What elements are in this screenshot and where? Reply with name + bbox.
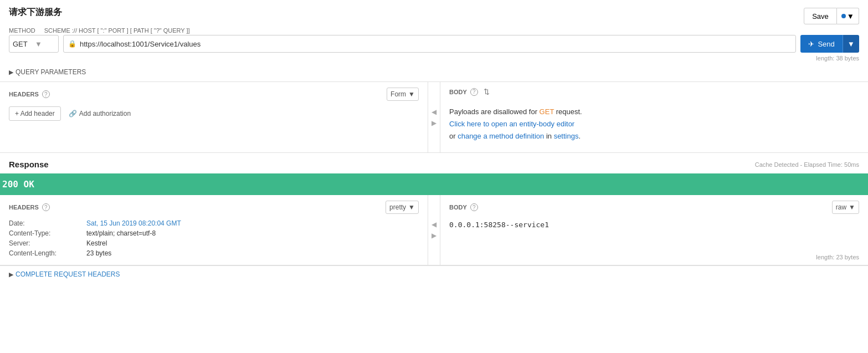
query-params-chevron-icon: ▶ — [9, 69, 13, 76]
save-dropdown-button[interactable]: ▼ — [837, 8, 859, 24]
table-row: Content-Type: text/plain; charset=utf-8 — [9, 229, 419, 237]
payload-editor-link[interactable]: Click here to open an entity-body editor — [449, 120, 574, 128]
header-val-server: Kestrel — [86, 239, 107, 247]
payload-line3: or change a method definition in setting… — [449, 130, 859, 142]
send-plane-icon: ✈ — [808, 40, 814, 48]
response-headers-help-icon[interactable]: ? — [42, 203, 50, 211]
table-row: Content-Length: 23 bytes — [9, 249, 419, 257]
panel-left-arrow-icon[interactable]: ◀ — [432, 108, 436, 116]
status-bar: 200 OK — [0, 173, 868, 195]
response-panel-right-arrow-icon[interactable]: ▶ — [432, 232, 436, 239]
complete-request-label: COMPLETE REQUEST HEADERS — [16, 270, 120, 278]
raw-label: raw — [836, 203, 846, 211]
sort-icon: ⇅ — [484, 88, 490, 96]
payload-dot: . — [578, 132, 581, 140]
response-body-panel: BODY ? raw ▼ 0.0.0.1:58258--service1 len… — [440, 195, 868, 265]
header-key-server: Server: — [9, 239, 86, 247]
save-dot-indicator — [841, 14, 846, 18]
raw-dropdown-icon: ▼ — [849, 203, 855, 211]
response-title: Response — [9, 160, 49, 169]
save-dropdown-arrow-icon: ▼ — [847, 12, 854, 21]
payload-settings-link[interactable]: settings — [554, 132, 579, 140]
url-input[interactable] — [80, 40, 791, 48]
headers-panel: HEADERS ? Form ▼ + Add header 🔗 Add auth… — [0, 82, 428, 152]
payload-get-link[interactable]: GET — [540, 108, 554, 116]
pretty-select[interactable]: pretty ▼ — [386, 201, 419, 214]
headers-help-icon[interactable]: ? — [42, 90, 50, 98]
method-dropdown-icon: ▼ — [35, 40, 55, 48]
response-body-length: length: 23 bytes — [816, 254, 859, 260]
response-body-title: BODY — [449, 204, 467, 211]
response-headers-panel-header: HEADERS ? pretty ▼ — [9, 201, 419, 214]
payload-line2[interactable]: Click here to open an entity-body editor — [449, 118, 859, 130]
body-panel-header: BODY ? ⇅ — [449, 88, 859, 96]
form-dropdown-icon: ▼ — [408, 90, 415, 98]
request-length-info: length: 38 bytes — [9, 55, 859, 62]
cache-info: Cache Detected - Elapsed Time: 50ms — [755, 161, 859, 168]
panel-divider: ◀ ▶ — [428, 82, 440, 152]
query-params-row[interactable]: ▶ QUERY PARAMETERS — [9, 65, 859, 81]
add-authorization-button[interactable]: 🔗 Add authorization — [65, 106, 134, 121]
add-auth-label: Add authorization — [79, 110, 131, 117]
payload-text-or: or — [449, 132, 458, 140]
headers-actions: + Add header 🔗 Add authorization — [9, 106, 419, 121]
payload-text-1b: request. — [554, 108, 582, 116]
query-params-label: QUERY PARAMETERS — [16, 68, 86, 76]
save-button-group: Save ▼ — [804, 8, 859, 24]
method-value: GET — [13, 40, 33, 48]
response-panel-divider: ◀ ▶ — [428, 195, 440, 265]
header-val-content-type: text/plain; charset=utf-8 — [86, 229, 156, 237]
response-section: Response Cache Detected - Elapsed Time: … — [0, 153, 868, 169]
response-headers-table: Date: Sat, 15 Jun 2019 08:20:04 GMT Cont… — [9, 219, 419, 257]
panel-right-arrow-icon[interactable]: ▶ — [432, 119, 436, 127]
body-help-icon[interactable]: ? — [470, 88, 478, 96]
table-row: Server: Kestrel — [9, 239, 419, 247]
url-input-wrapper: 🔒 — [63, 35, 796, 53]
payload-text-in: in — [544, 132, 553, 140]
response-body-value: 0.0.0.1:58258--service1 — [449, 221, 859, 229]
add-header-button[interactable]: + Add header — [9, 106, 61, 121]
form-label: Form — [391, 90, 406, 98]
method-label: METHOD — [9, 27, 35, 34]
payload-text-1: Payloads are disallowed for — [449, 108, 540, 116]
pretty-label: pretty — [389, 203, 406, 211]
complete-request-row[interactable]: ▶ COMPLETE REQUEST HEADERS — [0, 265, 868, 283]
send-label: Send — [818, 40, 834, 48]
payload-change-link[interactable]: change a method definition — [458, 132, 544, 140]
header-val-date: Sat, 15 Jun 2019 08:20:04 GMT — [86, 219, 181, 227]
raw-select[interactable]: raw ▼ — [832, 201, 859, 214]
payload-info: Payloads are disallowed for GET request.… — [449, 101, 859, 147]
send-dropdown-arrow-icon: ▼ — [848, 40, 855, 48]
header-key-content-type: Content-Type: — [9, 229, 86, 237]
response-headers-panel: HEADERS ? pretty ▼ Date: Sat, 15 Jun 201… — [0, 195, 428, 265]
save-button[interactable]: Save — [804, 8, 837, 24]
payload-line1: Payloads are disallowed for GET request. — [449, 106, 859, 118]
lock-icon: 🔒 — [68, 40, 76, 48]
response-panel-left-arrow-icon[interactable]: ◀ — [432, 221, 436, 228]
complete-req-chevron-icon: ▶ — [9, 271, 13, 278]
response-body-panel-header: BODY ? raw ▼ — [449, 201, 859, 214]
headers-title: HEADERS — [9, 91, 39, 98]
form-select[interactable]: Form ▼ — [387, 88, 419, 101]
response-panels: HEADERS ? pretty ▼ Date: Sat, 15 Jun 201… — [0, 195, 868, 265]
header-key-content-length: Content-Length: — [9, 249, 86, 257]
method-select[interactable]: GET ▼ — [9, 35, 59, 53]
pretty-dropdown-icon: ▼ — [408, 203, 415, 211]
send-dropdown-button[interactable]: ▼ — [843, 35, 859, 53]
auth-lock-icon: 🔗 — [69, 110, 77, 117]
table-row: Date: Sat, 15 Jun 2019 08:20:04 GMT — [9, 219, 419, 227]
body-title: BODY — [449, 89, 467, 95]
send-button-group: ✈ Send ▼ — [800, 35, 859, 53]
header-val-content-length: 23 bytes — [86, 249, 111, 257]
page-title: 请求下游服务 — [9, 7, 859, 18]
response-body-help-icon[interactable]: ? — [470, 203, 478, 211]
header-key-date: Date: — [9, 219, 86, 227]
headers-panel-header: HEADERS ? Form ▼ — [9, 88, 419, 101]
send-button[interactable]: ✈ Send — [800, 35, 842, 53]
scheme-label: SCHEME :// HOST [ ":" PORT ] [ PATH [ "?… — [44, 27, 190, 34]
body-panel: BODY ? ⇅ Payloads are disallowed for GET… — [440, 82, 868, 152]
response-headers-title: HEADERS — [9, 204, 39, 211]
response-header: Response Cache Detected - Elapsed Time: … — [9, 160, 859, 169]
